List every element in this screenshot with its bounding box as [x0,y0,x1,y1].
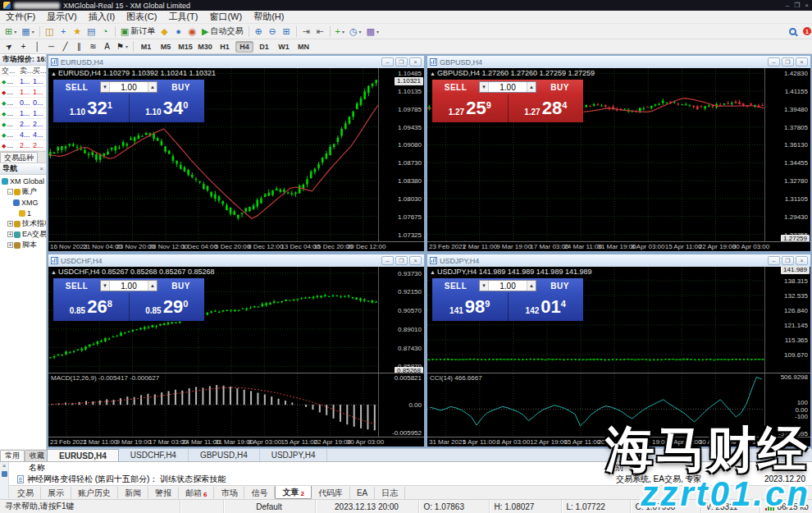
indicators-button[interactable]: +▾ [333,25,347,38]
navigator-item-账户[interactable]: -账户 [0,186,46,197]
new-order-button[interactable]: ▣新订单 [118,25,157,38]
terminal-button[interactable]: ▤ [84,25,98,38]
market-watch-row[interactable]: ◆...1...1... [0,87,46,98]
navigator-item-技术指标[interactable]: +技术指标 [0,218,46,229]
minimize-icon[interactable]: – [786,2,789,9]
close-button[interactable]: × [796,256,808,265]
navigator-item-XM Global[interactable]: XM Global [0,176,46,186]
collapse-icon[interactable]: - [7,189,13,195]
sell-price[interactable]: 141989 [432,293,509,321]
chart-tab-EURUSD[interactable]: EURUSD,H4 [47,449,119,461]
market-watch-row[interactable]: ◆...0...0... [0,98,46,108]
terminal-tab-新闻[interactable]: 新闻 [118,487,148,499]
auto-scroll-button[interactable]: ⇥ [299,25,313,38]
sidebar-tab-收藏[interactable]: 收藏 [25,450,49,461]
buy-button[interactable]: BUY [536,278,583,293]
sell-price[interactable]: 1.27259 [432,94,509,122]
sell-button[interactable]: SELL [53,80,100,94]
chart-window-GBPUSD[interactable]: GBPUSD,H4‒❐×1.428301.411551.394801.37805… [426,54,812,253]
terminal-tab-警报[interactable]: 警报 [148,487,179,499]
chart-title-bar[interactable]: USDCHF,H4‒❐× [48,254,424,267]
tester-button[interactable]: ◔ [98,25,112,38]
website-button[interactable]: ◉ [185,25,199,38]
periods-button[interactable]: ◷▾ [347,25,364,38]
volume-input[interactable]: ▼1.00▲ [100,280,157,291]
volume-up-icon[interactable]: ▲ [148,82,157,92]
maximize-icon[interactable]: ❐ [794,2,800,9]
channel-tool[interactable]: ∥ [72,40,86,53]
timeframe-m5[interactable]: M5 [157,41,175,53]
buy-button[interactable]: BUY [157,278,204,293]
minimize-button[interactable]: ‒ [768,57,780,66]
indicator-subwindow-macd[interactable]: 0.0058210.00-0.005952MACD(12,26,9) -0.00… [48,373,424,437]
buy-price[interactable]: 0.85290 [130,293,205,321]
terminal-tab-邮箱[interactable]: 邮箱6 [179,487,214,499]
text-tool[interactable]: A [100,40,114,53]
sell-button[interactable]: SELL [432,278,479,293]
minimize-button[interactable]: ‒ [381,256,394,265]
buy-button[interactable]: BUY [536,80,583,94]
auto-trading-button[interactable]: ▶自动交易 [199,25,245,38]
volume-up-icon[interactable]: ▲ [527,281,536,291]
buy-price[interactable]: 1.27284 [509,94,584,122]
terminal-tab-交易[interactable]: 交易 [11,487,41,499]
terminal-tab-账户历史[interactable]: 账户历史 [71,487,118,499]
terminal-tab-日志[interactable]: 日志 [375,487,405,499]
timeframe-d1[interactable]: D1 [255,41,273,53]
timeframe-w1[interactable]: W1 [275,41,293,53]
sell-price[interactable]: 0.85268 [53,293,130,321]
menu-item-1[interactable]: 显示(V) [41,11,83,23]
chart-window-EURUSD[interactable]: EURUSD,H4‒❐×1.104851.101351.097851.09435… [47,54,426,253]
community-button[interactable]: ● [171,25,185,38]
hline-tool[interactable]: ─ [44,40,58,53]
article-title[interactable]: 神经网络变得轻松 (第四十五部分)： 训练状态探索技能 [27,474,226,485]
market-watch-row[interactable]: ◆...2...2... [0,140,46,151]
sell-price[interactable]: 1.10321 [53,94,130,122]
volume-down-icon[interactable]: ▼ [480,82,489,92]
market-watch-row[interactable]: ◆...1...1... [0,108,46,119]
zoom-in-button[interactable]: ⊕ [252,25,266,38]
profiles-button[interactable]: ▦▾ [19,25,36,38]
restore-button[interactable]: ❐ [395,256,408,265]
volume-input[interactable]: ▼1.00▲ [479,81,536,93]
trendline-tool[interactable]: ╱ [58,40,72,53]
cursor-tool[interactable]: ➤ [2,40,16,53]
sidebar-tab-常用[interactable]: 常用 [0,450,25,461]
volume-value[interactable]: 1.00 [110,83,148,92]
volume-down-icon[interactable]: ▼ [101,82,110,92]
status-profile[interactable]: Default [224,500,316,513]
chart-title-bar[interactable]: USDJPY,H4‒❐× [427,254,810,267]
timeframe-m30[interactable]: M30 [196,41,214,53]
restore-button[interactable]: ❐ [782,256,794,265]
chart-tab-GBPUSD[interactable]: GBPUSD,H4 [189,449,260,461]
chart-tab-USDJPY[interactable]: USDJPY,H4 [260,449,328,461]
expand-icon[interactable]: + [7,242,13,248]
close-button[interactable]: × [409,256,422,265]
restore-button[interactable]: ❐ [782,57,794,66]
volume-input[interactable]: ▼1.00▲ [100,81,157,93]
navigator-item-脚本[interactable]: +脚本 [0,240,46,250]
indicator-subwindow-cci[interactable]: 506.92981000.00-100-378.8595CCI(14) 466.… [427,373,810,437]
metaeditor-button[interactable]: ◆ [157,25,171,38]
volume-value[interactable]: 1.00 [489,83,527,92]
terminal-tab-代码库[interactable]: 代码库 [312,487,350,499]
data-window-button[interactable]: + [57,25,71,38]
tile-windows-button[interactable]: ⊞ [280,25,294,38]
article-row[interactable]: 神经网络变得轻松 (第四十五部分)： 训练状态探索技能 交易系统, EA交易, … [9,473,812,485]
terminal-tab-市场[interactable]: 市场 [214,487,244,499]
expand-icon[interactable]: + [7,231,13,237]
minimize-button[interactable]: ‒ [381,57,394,66]
close-button[interactable]: × [796,57,808,66]
market-watch-row[interactable]: ◆...1...1... [0,76,46,87]
volume-up-icon[interactable]: ▲ [148,281,157,291]
menu-item-3[interactable]: 图表(C) [121,11,162,23]
volume-up-icon[interactable]: ▲ [527,82,536,92]
close-button[interactable]: × [409,57,422,66]
timeframe-m1[interactable]: M1 [137,41,155,53]
navigator-item-1[interactable]: 1 [0,208,46,218]
chart-shift-button[interactable]: ⇤ [313,25,327,38]
timeframe-h1[interactable]: H1 [216,41,234,53]
restore-button[interactable]: ❐ [395,57,408,66]
templates-button[interactable]: ▩▾ [364,25,381,38]
tab-symbols[interactable]: 交易品种 [0,152,38,163]
